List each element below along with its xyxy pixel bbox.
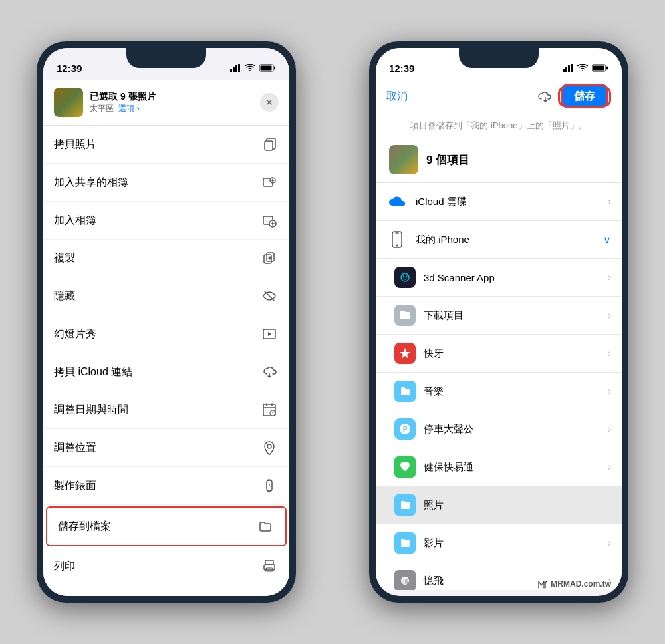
menu-item-slideshow[interactable]: 幻燈片秀: [43, 315, 289, 353]
downloads-icon: [394, 305, 416, 326]
status-icons-2: [563, 64, 608, 72]
file-item-video[interactable]: 影片 ›: [376, 524, 622, 562]
file-item-3dscanner[interactable]: 3d Scanner App ›: [376, 259, 622, 297]
mrmad-m-icon: [537, 579, 548, 589]
file-item-music[interactable]: 音樂 ›: [376, 373, 622, 410]
file-item-icloud[interactable]: iCloud 雲碟 ›: [376, 183, 622, 221]
parking-chevron: ›: [608, 423, 611, 435]
downloads-label: 下載項目: [424, 309, 600, 322]
add-album-icon: [260, 211, 279, 230]
3dscanner-icon: [394, 267, 416, 288]
slideshow-icon: [260, 325, 279, 343]
photo-title: 已選取 9 張照片: [90, 91, 253, 103]
svg-rect-27: [571, 64, 573, 72]
menu-label-datetime: 調整日期與時間: [54, 403, 128, 417]
menu-item-watch-face[interactable]: 製作錶面: [43, 467, 289, 505]
save-button[interactable]: 儲存: [561, 84, 608, 108]
3dscanner-chevron: ›: [608, 271, 611, 283]
svg-point-32: [396, 245, 398, 247]
photo-thumbnail: [54, 88, 83, 117]
photo-header: 已選取 9 張照片 太平區 選項 › ✕: [43, 80, 289, 126]
music-chevron: ›: [608, 385, 611, 397]
signal-icon-2: [563, 64, 573, 72]
location-text: 太平區: [90, 104, 114, 113]
svg-rect-5: [274, 67, 275, 70]
save-file-count: 9 個項目: [426, 152, 469, 168]
svg-text:P: P: [403, 426, 408, 433]
icloud-link-icon: [260, 363, 279, 381]
location-icon: [260, 438, 279, 457]
health-chevron: ›: [608, 461, 611, 473]
phone2-nav: 取消 儲存: [376, 80, 622, 114]
file-item-photos[interactable]: 照片: [376, 486, 622, 524]
menu-item-google-lens[interactable]: Search with Google Lens: [43, 585, 289, 596]
health-icon: [394, 456, 416, 478]
svg-rect-24: [563, 69, 565, 72]
menu-item-location[interactable]: 調整位置: [43, 429, 289, 467]
svg-rect-26: [568, 65, 570, 72]
menu-item-add-album[interactable]: 加入相簿: [43, 202, 289, 240]
menu-label-add-album: 加入相簿: [54, 214, 96, 228]
file-item-downloads[interactable]: 下載項目 ›: [376, 297, 622, 335]
file-item-kuaiya[interactable]: 快牙 ›: [376, 335, 622, 373]
photo-info: 已選取 9 張照片 太平區 選項 ›: [90, 91, 253, 114]
file-item-parking[interactable]: P 停車大聲公 ›: [376, 410, 622, 448]
menu-item-print[interactable]: 列印: [43, 548, 289, 585]
svg-rect-1: [233, 67, 235, 72]
svg-rect-21: [264, 565, 275, 570]
parking-label: 停車大聲公: [424, 423, 600, 436]
svg-rect-3: [238, 64, 240, 72]
menu-item-datetime[interactable]: 調整日期與時間: [43, 391, 289, 429]
menu-item-hide[interactable]: 隱藏: [43, 277, 289, 315]
battery-icon-2: [592, 64, 608, 72]
svg-rect-0: [230, 69, 232, 72]
watch-face-icon: [260, 476, 279, 495]
menu-item-shared-album[interactable]: 加入共享的相簿: [43, 164, 289, 202]
files-list: iCloud 雲碟 › 我的 iPhone ∨: [376, 183, 622, 590]
phone2-wrapper: 12:39: [332, 0, 665, 644]
file-item-health[interactable]: 健保快易通 ›: [376, 448, 622, 486]
menu-label-location: 調整位置: [54, 441, 96, 455]
menu-label-watch-face: 製作錶面: [54, 479, 96, 493]
mrmad-logo: MRMAD.com.tw: [537, 579, 611, 589]
save-cloud-icon: [538, 91, 553, 103]
svg-rect-33: [398, 270, 412, 285]
chevron-icon: ›: [137, 104, 140, 113]
file-item-iphone[interactable]: 我的 iPhone ∨: [376, 221, 622, 259]
music-icon: [394, 381, 416, 402]
save-file-header: 9 個項目: [376, 137, 622, 183]
menu-label-hide: 隱藏: [54, 289, 75, 303]
duplicate-icon: [260, 249, 279, 267]
save-file-thumbnail: [389, 145, 418, 174]
phone1-screen: 12:39: [43, 48, 289, 596]
close-button[interactable]: ✕: [260, 93, 279, 112]
menu-label-save-to-files: 儲存到檔案: [58, 520, 111, 534]
menu-item-save-to-files[interactable]: 儲存到檔案: [46, 506, 287, 546]
save-files-icon: [256, 517, 275, 536]
menu-label-icloud-link: 拷貝 iCloud 連結: [54, 365, 132, 379]
datetime-icon: [260, 401, 279, 419]
watermark-text: MRMAD.com.tw: [551, 579, 611, 589]
nav-right: 儲存: [538, 86, 611, 107]
kuaiya-label: 快牙: [424, 347, 600, 360]
print-icon: [260, 557, 279, 575]
menu-item-copy-photo[interactable]: 拷貝照片: [43, 126, 289, 164]
kuaiya-chevron: ›: [608, 347, 611, 359]
iphone-label: 我的 iPhone: [416, 234, 595, 246]
shared-album-icon: [260, 173, 279, 192]
svg-rect-7: [265, 141, 273, 150]
battery-icon: [259, 64, 276, 72]
copy-photo-icon: [260, 135, 279, 154]
photos-label: 照片: [424, 499, 611, 512]
kuaiya-icon: [394, 343, 416, 364]
video-icon: [394, 532, 416, 554]
photo-subtitle: 太平區 選項 ›: [90, 103, 253, 114]
menu-item-icloud-link[interactable]: 拷貝 iCloud 連結: [43, 353, 289, 391]
music-label: 音樂: [424, 385, 600, 398]
svg-rect-25: [565, 67, 567, 72]
svg-rect-29: [606, 67, 608, 70]
cancel-button[interactable]: 取消: [386, 90, 408, 104]
option-link[interactable]: 選項: [118, 104, 134, 113]
svg-point-18: [267, 444, 271, 448]
menu-item-duplicate[interactable]: 複製: [43, 240, 289, 277]
